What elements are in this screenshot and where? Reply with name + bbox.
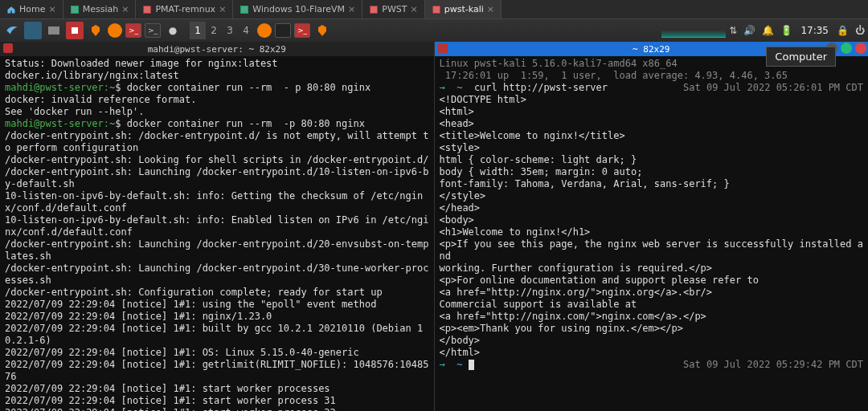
app-icon[interactable]: ● <box>164 22 182 39</box>
tab-flarevm[interactable]: Windows 10-FlareVM× <box>233 0 362 18</box>
svg-rect-2 <box>241 6 248 13</box>
terminal-icon[interactable]: >_ <box>125 23 141 38</box>
workspace-1[interactable]: 1 <box>190 22 206 39</box>
close-icon[interactable]: × <box>411 4 418 14</box>
svg-rect-3 <box>371 6 378 13</box>
box-icon <box>142 5 152 14</box>
brave-icon[interactable] <box>313 22 331 39</box>
app-icon[interactable] <box>24 22 42 39</box>
home-icon <box>6 5 16 14</box>
brave-icon[interactable] <box>87 22 104 39</box>
network-icon[interactable]: ⇅ <box>729 25 737 36</box>
notification-icon[interactable]: 🔔 <box>762 25 774 36</box>
svg-rect-6 <box>72 27 78 34</box>
pane-titlebar: mahdi@pwst-server: ~ 82x29 <box>0 42 434 56</box>
firefox-icon[interactable] <box>257 23 272 38</box>
svg-rect-4 <box>432 6 440 13</box>
workspace-2[interactable]: 2 <box>206 22 222 39</box>
tab-label: PMAT-remnux <box>155 4 215 14</box>
tab-pwst-kali[interactable]: pwst-kali× <box>425 0 502 18</box>
terminal-right[interactable]: ~ 82x29 Linux pwst-kali 5.16.0-kali7-amd… <box>434 42 869 411</box>
files-icon[interactable] <box>45 22 63 39</box>
terminal-icon[interactable]: >_ <box>294 23 310 38</box>
tab-bar: Home× Messiah× PMAT-remnux× Windows 10-F… <box>0 0 868 19</box>
tab-messiah[interactable]: Messiah× <box>63 0 137 18</box>
tab-label: Messiah <box>83 4 119 14</box>
main-split: mahdi@pwst-server: ~ 82x29 Status: Downl… <box>0 42 868 411</box>
svg-rect-5 <box>48 26 59 35</box>
tab-label: pwst-kali <box>444 4 484 14</box>
terminal-left[interactable]: mahdi@pwst-server: ~ 82x29 Status: Downl… <box>0 42 434 411</box>
box-icon <box>70 5 80 14</box>
volume-icon[interactable]: 🔊 <box>743 25 755 36</box>
pane-title: ~ 82x29 <box>633 43 669 55</box>
close-button[interactable] <box>855 43 866 54</box>
terminal-window-icon[interactable] <box>275 23 291 38</box>
workspace-3[interactable]: 3 <box>222 22 238 39</box>
tab-pwst[interactable]: PWST× <box>362 0 424 18</box>
close-icon[interactable]: × <box>487 4 494 14</box>
firefox-icon[interactable] <box>108 23 122 38</box>
workspace-4[interactable]: 4 <box>238 22 254 39</box>
maximize-button[interactable] <box>841 43 852 54</box>
tray-icons: ⇅ 🔊 🔔 🔋 <box>729 25 792 36</box>
network-graph[interactable] <box>661 23 726 38</box>
close-icon[interactable]: × <box>348 4 355 14</box>
close-icon[interactable]: × <box>121 4 129 14</box>
power-icon[interactable]: ⏻ <box>855 25 865 36</box>
close-icon[interactable]: × <box>48 4 55 14</box>
pane-title: mahdi@pwst-server: ~ 82x29 <box>148 43 286 55</box>
clock[interactable]: 17:35 <box>796 25 833 36</box>
box-icon <box>369 5 379 14</box>
box-icon <box>432 5 441 14</box>
battery-icon[interactable]: 🔋 <box>780 25 792 36</box>
tab-pmat[interactable]: PMAT-remnux× <box>136 0 233 18</box>
tab-label: Home <box>19 4 45 14</box>
box-icon <box>240 5 249 14</box>
terminal-icon[interactable]: >_ <box>145 23 161 38</box>
taskbar: >_ >_ ● 1 2 3 4 >_ ⇅ 🔊 🔔 🔋 17:35 🔒 ⏻ <box>0 19 868 42</box>
tooltip: Computer <box>766 47 836 67</box>
kali-menu-icon[interactable] <box>3 22 21 39</box>
tab-label: PWST <box>382 4 407 14</box>
lock-icon[interactable]: 🔒 <box>837 25 849 36</box>
workspace-switcher: 1 2 3 4 <box>190 22 254 39</box>
close-icon[interactable]: × <box>219 4 226 14</box>
terminal-output[interactable]: Status: Downloaded newer image for nginx… <box>0 56 434 411</box>
tab-home[interactable]: Home× <box>0 0 63 18</box>
svg-rect-0 <box>71 6 78 13</box>
terminal-icon <box>438 43 448 53</box>
app-icon[interactable] <box>66 22 84 39</box>
terminal-icon <box>3 43 13 53</box>
svg-rect-1 <box>144 6 151 13</box>
tab-label: Windows 10-FlareVM <box>252 4 345 14</box>
terminal-output[interactable]: Linux pwst-kali 5.16.0-kali7-amd64 x86_6… <box>435 56 869 372</box>
